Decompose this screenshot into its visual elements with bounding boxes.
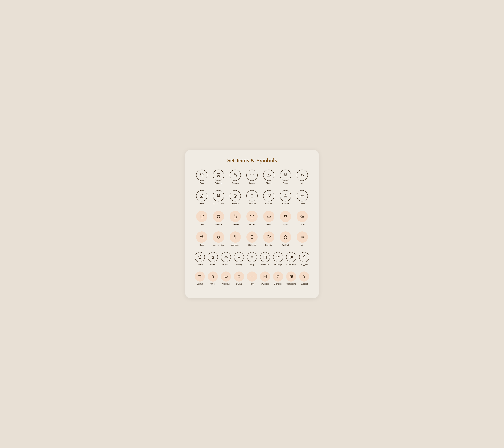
icon-item-accessories-2[interactable]: Accessories — [210, 231, 227, 246]
wardrobe-circle-1 — [260, 252, 270, 262]
exchange-label-2: Exchange — [274, 283, 282, 285]
casual-circle-1 — [195, 252, 205, 262]
icon-item-exchange-1[interactable]: Exchange — [272, 252, 284, 265]
svg-line-52 — [252, 258, 253, 258]
other-icon-2 — [299, 213, 305, 219]
office-circle-2 — [208, 271, 218, 281]
page-title: Set Icons & Symbols — [194, 157, 310, 164]
olditems-icon-1 — [249, 193, 255, 199]
icon-item-exchange-2[interactable]: Exchange — [272, 271, 284, 285]
tops-label-1: Tops — [200, 182, 204, 184]
icon-item-wardrobe-1[interactable]: Wardrobe — [259, 252, 271, 265]
exchange-icon-1 — [276, 255, 281, 260]
wishlist-icon-2 — [283, 234, 288, 240]
dresses-circle-2 — [230, 211, 241, 222]
shoes-label-2: Shoes — [266, 223, 271, 225]
exchange-label-1: Exchange — [274, 263, 282, 265]
wardrobe-circle-2 — [260, 271, 270, 281]
icon-item-shoes-2[interactable]: Shoes — [261, 211, 277, 225]
icon-item-jackets-2[interactable]: Jackets — [244, 211, 260, 225]
jackets-label-1: Jackets — [249, 182, 255, 184]
icon-item-tops-1[interactable]: Tops — [194, 169, 210, 184]
icon-item-dresses-1[interactable]: Dresses — [227, 169, 243, 184]
svg-point-62 — [304, 255, 305, 257]
collections-icon-2 — [288, 274, 294, 279]
svg-point-27 — [217, 236, 218, 237]
collections-label-2: Collections — [286, 283, 296, 285]
bags-circle-2 — [196, 231, 207, 243]
icon-item-sports-1[interactable]: Sports — [277, 169, 294, 184]
svg-rect-4 — [200, 195, 203, 198]
icon-item-suggest-2[interactable]: Suggest — [298, 271, 310, 285]
icon-item-office-1[interactable]: Office — [207, 252, 219, 265]
icon-item-accessories-1[interactable]: Accessories — [210, 190, 227, 205]
suggest-label-1: Suggest — [301, 263, 308, 265]
svg-point-21 — [303, 215, 303, 216]
collections-label-1: Collections — [286, 263, 296, 265]
svg-point-28 — [219, 236, 220, 237]
casual-icon-1 — [197, 255, 202, 260]
icon-item-wishlist-1[interactable]: Wishlist — [277, 190, 294, 205]
icon-item-bottoms-2[interactable]: Bottoms — [210, 211, 227, 225]
icon-item-wardrobe-2[interactable]: Wardrobe — [259, 271, 271, 285]
jumpsuit-circle-2 — [230, 231, 241, 243]
wardrobe-label-1: Wardrobe — [261, 263, 269, 265]
icon-item-favorite-2[interactable]: Favorite — [261, 231, 277, 246]
svg-rect-24 — [200, 237, 203, 239]
icon-item-jumpsuit-1[interactable]: Jumpsuit — [227, 190, 243, 205]
office-icon-1 — [210, 255, 216, 260]
icon-item-wishlist-2[interactable]: Wishlist — [277, 231, 294, 246]
icon-item-jumpsuit-2[interactable]: Jumpsuit — [227, 231, 243, 246]
icon-item-dating-1[interactable]: Dating — [233, 252, 245, 265]
all-icon-1 — [299, 172, 305, 178]
icon-item-dresses-2[interactable]: Dresses — [227, 211, 243, 225]
icon-item-olditems-1[interactable]: Old Items — [244, 190, 260, 205]
icon-item-bags-2[interactable]: Bags — [194, 231, 210, 246]
icon-item-suggest-1[interactable]: Suggest — [298, 252, 310, 265]
svg-point-15 — [301, 196, 301, 196]
jumpsuit-icon-1 — [232, 193, 238, 199]
icon-item-olditems-2[interactable]: Old Items — [244, 231, 260, 246]
workout-circle-2 — [221, 271, 231, 281]
party-icon-1 — [250, 255, 254, 260]
icon-item-workout-1[interactable]: Workout — [220, 252, 232, 265]
icon-item-other-1[interactable]: Other — [294, 190, 310, 205]
office-label-2: Office — [210, 283, 216, 285]
suggest-label-2: Suggest — [301, 283, 308, 285]
icon-item-sports-2[interactable]: Sports — [277, 211, 294, 225]
icon-item-favorite-1[interactable]: Favorite — [261, 190, 277, 205]
collections-circle-2 — [286, 271, 296, 281]
icon-item-party-2[interactable]: Party — [246, 271, 258, 285]
olditems-circle-1 — [246, 190, 258, 202]
icon-item-other-2[interactable]: Other — [294, 211, 310, 225]
icon-item-collections-1[interactable]: Collections — [285, 252, 297, 265]
other-label-2: Other — [300, 223, 305, 225]
icon-item-dating-2[interactable]: Dating — [233, 271, 245, 285]
svg-point-22 — [304, 217, 304, 217]
favorite-label-1: Favorite — [265, 203, 272, 205]
icon-item-tops-2[interactable]: Tops — [194, 211, 210, 225]
icon-item-all-1[interactable]: All — [294, 169, 310, 184]
icon-item-party-1[interactable]: Party — [246, 252, 258, 265]
icon-item-jackets-1[interactable]: Jackets — [244, 169, 260, 184]
office-label-1: Office — [210, 263, 216, 265]
bottoms-icon-2 — [216, 213, 221, 219]
all-circle-1 — [297, 169, 308, 181]
icon-item-bags-1[interactable]: Bags — [194, 190, 210, 205]
icon-item-shoes-1[interactable]: Shoes — [261, 169, 277, 184]
icon-item-all-2[interactable]: All — [294, 231, 310, 246]
wardrobe-icon-1 — [263, 255, 268, 260]
dresses-label-2: Dresses — [232, 223, 239, 225]
icon-item-casual-1[interactable]: Casual — [194, 252, 206, 265]
accessories-icon-2 — [216, 234, 221, 240]
icon-item-office-2[interactable]: Office — [207, 271, 219, 285]
icon-item-collections-2[interactable]: Collections — [285, 271, 297, 285]
icon-item-bottoms-1[interactable]: Bottoms — [210, 169, 227, 184]
svg-point-73 — [252, 276, 252, 277]
shoes-circle-2 — [263, 211, 274, 222]
exchange-circle-2 — [273, 271, 283, 281]
tops-circle-1 — [196, 169, 207, 181]
icon-item-casual-2[interactable]: Casual — [194, 271, 206, 285]
svg-point-7 — [217, 194, 218, 195]
icon-item-workout-2[interactable]: Workout — [220, 271, 232, 285]
